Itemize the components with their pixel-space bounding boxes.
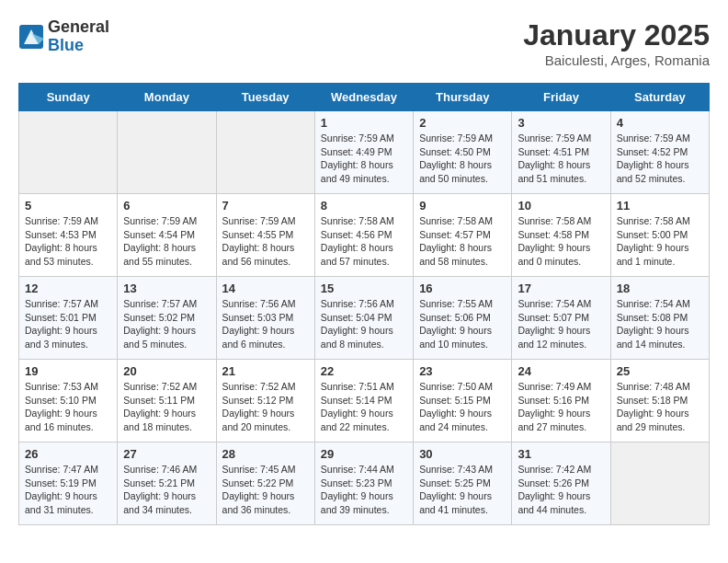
calendar-cell: 11Sunrise: 7:58 AM Sunset: 5:00 PM Dayli… (610, 194, 709, 277)
day-info: Sunrise: 7:52 AM Sunset: 5:12 PM Dayligh… (222, 380, 309, 434)
calendar-cell: 16Sunrise: 7:55 AM Sunset: 5:06 PM Dayli… (414, 277, 512, 360)
day-info: Sunrise: 7:59 AM Sunset: 4:51 PM Dayligh… (518, 132, 604, 186)
day-info: Sunrise: 7:54 AM Sunset: 5:07 PM Dayligh… (518, 297, 604, 351)
location-subtitle: Baiculesti, Arges, Romania (523, 52, 710, 68)
day-info: Sunrise: 7:58 AM Sunset: 4:56 PM Dayligh… (321, 214, 407, 269)
logo-text-line1: General (48, 18, 109, 37)
calendar-cell: 27Sunrise: 7:46 AM Sunset: 5:21 PM Dayli… (118, 442, 216, 525)
day-number: 2 (419, 116, 506, 130)
calendar-cell: 14Sunrise: 7:56 AM Sunset: 5:03 PM Dayli… (216, 277, 314, 360)
calendar-cell: 2Sunrise: 7:59 AM Sunset: 4:50 PM Daylig… (414, 111, 512, 194)
day-number: 26 (25, 447, 111, 461)
day-number: 8 (321, 199, 407, 213)
calendar-cell: 17Sunrise: 7:54 AM Sunset: 5:07 PM Dayli… (512, 277, 610, 360)
day-info: Sunrise: 7:55 AM Sunset: 5:06 PM Dayligh… (419, 297, 506, 351)
logo-text-line2: Blue (48, 37, 109, 55)
day-info: Sunrise: 7:45 AM Sunset: 5:22 PM Dayligh… (222, 463, 309, 517)
day-info: Sunrise: 7:56 AM Sunset: 5:04 PM Dayligh… (321, 297, 407, 351)
day-number: 28 (222, 447, 309, 461)
day-info: Sunrise: 7:49 AM Sunset: 5:16 PM Dayligh… (518, 380, 604, 434)
day-info: Sunrise: 7:43 AM Sunset: 5:25 PM Dayligh… (419, 463, 506, 517)
day-info: Sunrise: 7:58 AM Sunset: 5:00 PM Dayligh… (617, 214, 703, 269)
calendar-cell (118, 111, 216, 194)
day-number: 25 (617, 364, 703, 378)
weekday-header-saturday: Saturday (610, 84, 709, 111)
day-number: 22 (321, 364, 407, 378)
day-info: Sunrise: 7:57 AM Sunset: 5:02 PM Dayligh… (123, 297, 210, 351)
day-number: 24 (518, 364, 604, 378)
title-area: January 2025 Baiculesti, Arges, Romania (523, 18, 710, 68)
day-info: Sunrise: 7:52 AM Sunset: 5:11 PM Dayligh… (123, 380, 210, 434)
calendar-cell: 20Sunrise: 7:52 AM Sunset: 5:11 PM Dayli… (118, 360, 216, 442)
day-info: Sunrise: 7:47 AM Sunset: 5:19 PM Dayligh… (25, 463, 111, 517)
day-number: 31 (518, 447, 604, 461)
day-info: Sunrise: 7:59 AM Sunset: 4:54 PM Dayligh… (123, 214, 210, 269)
calendar-cell: 3Sunrise: 7:59 AM Sunset: 4:51 PM Daylig… (512, 111, 610, 194)
day-number: 4 (617, 116, 703, 130)
month-title: January 2025 (523, 18, 710, 52)
logo: General Blue (18, 18, 109, 55)
calendar-header: SundayMondayTuesdayWednesdayThursdayFrid… (19, 84, 710, 111)
day-number: 23 (419, 364, 506, 378)
day-number: 14 (222, 282, 309, 295)
day-number: 12 (25, 282, 111, 295)
day-info: Sunrise: 7:53 AM Sunset: 5:10 PM Dayligh… (25, 380, 111, 434)
page-header: General Blue January 2025 Baiculesti, Ar… (18, 18, 710, 68)
day-info: Sunrise: 7:54 AM Sunset: 5:08 PM Dayligh… (617, 297, 703, 351)
day-number: 5 (25, 199, 111, 213)
day-info: Sunrise: 7:59 AM Sunset: 4:49 PM Dayligh… (321, 132, 407, 186)
calendar-cell (216, 111, 314, 194)
calendar-cell: 5Sunrise: 7:59 AM Sunset: 4:53 PM Daylig… (19, 194, 118, 277)
day-number: 7 (222, 199, 309, 213)
day-number: 21 (222, 364, 309, 378)
calendar-cell: 25Sunrise: 7:48 AM Sunset: 5:18 PM Dayli… (610, 360, 709, 442)
calendar-cell: 4Sunrise: 7:59 AM Sunset: 4:52 PM Daylig… (610, 111, 709, 194)
calendar-cell: 29Sunrise: 7:44 AM Sunset: 5:23 PM Dayli… (314, 442, 413, 525)
weekday-header-monday: Monday (118, 84, 216, 111)
day-number: 10 (518, 199, 604, 213)
calendar-cell: 24Sunrise: 7:49 AM Sunset: 5:16 PM Dayli… (512, 360, 610, 442)
calendar-cell: 31Sunrise: 7:42 AM Sunset: 5:26 PM Dayli… (512, 442, 610, 525)
weekday-header-tuesday: Tuesday (216, 84, 314, 111)
day-number: 19 (25, 364, 111, 378)
day-number: 1 (321, 116, 407, 130)
logo-icon (18, 24, 44, 50)
day-number: 27 (123, 447, 210, 461)
calendar-cell: 9Sunrise: 7:58 AM Sunset: 4:57 PM Daylig… (414, 194, 512, 277)
day-number: 29 (321, 447, 407, 461)
day-number: 15 (321, 282, 407, 295)
calendar-cell (610, 442, 709, 525)
calendar-cell: 10Sunrise: 7:58 AM Sunset: 4:58 PM Dayli… (512, 194, 610, 277)
calendar-cell: 1Sunrise: 7:59 AM Sunset: 4:49 PM Daylig… (314, 111, 413, 194)
calendar-cell: 23Sunrise: 7:50 AM Sunset: 5:15 PM Dayli… (414, 360, 512, 442)
day-number: 11 (617, 199, 703, 213)
weekday-header-sunday: Sunday (19, 84, 118, 111)
calendar-cell: 19Sunrise: 7:53 AM Sunset: 5:10 PM Dayli… (19, 360, 118, 442)
calendar-cell: 21Sunrise: 7:52 AM Sunset: 5:12 PM Dayli… (216, 360, 314, 442)
calendar-cell: 7Sunrise: 7:59 AM Sunset: 4:55 PM Daylig… (216, 194, 314, 277)
calendar-cell: 8Sunrise: 7:58 AM Sunset: 4:56 PM Daylig… (314, 194, 413, 277)
day-number: 30 (419, 447, 506, 461)
day-info: Sunrise: 7:59 AM Sunset: 4:55 PM Dayligh… (222, 214, 309, 269)
calendar-cell: 26Sunrise: 7:47 AM Sunset: 5:19 PM Dayli… (19, 442, 118, 525)
day-number: 17 (518, 282, 604, 295)
day-info: Sunrise: 7:42 AM Sunset: 5:26 PM Dayligh… (518, 463, 604, 517)
calendar-cell: 13Sunrise: 7:57 AM Sunset: 5:02 PM Dayli… (118, 277, 216, 360)
day-number: 3 (518, 116, 604, 130)
calendar-cell: 12Sunrise: 7:57 AM Sunset: 5:01 PM Dayli… (19, 277, 118, 360)
weekday-header-friday: Friday (512, 84, 610, 111)
day-number: 20 (123, 364, 210, 378)
day-info: Sunrise: 7:48 AM Sunset: 5:18 PM Dayligh… (617, 380, 703, 434)
calendar-table: SundayMondayTuesdayWednesdayThursdayFrid… (18, 83, 710, 525)
calendar-cell: 28Sunrise: 7:45 AM Sunset: 5:22 PM Dayli… (216, 442, 314, 525)
calendar-cell: 22Sunrise: 7:51 AM Sunset: 5:14 PM Dayli… (314, 360, 413, 442)
day-info: Sunrise: 7:50 AM Sunset: 5:15 PM Dayligh… (419, 380, 506, 434)
calendar-cell: 18Sunrise: 7:54 AM Sunset: 5:08 PM Dayli… (610, 277, 709, 360)
day-info: Sunrise: 7:59 AM Sunset: 4:50 PM Dayligh… (419, 132, 506, 186)
weekday-header-thursday: Thursday (414, 84, 512, 111)
day-number: 16 (419, 282, 506, 295)
day-info: Sunrise: 7:58 AM Sunset: 4:58 PM Dayligh… (518, 214, 604, 269)
day-info: Sunrise: 7:58 AM Sunset: 4:57 PM Dayligh… (419, 214, 506, 269)
day-number: 18 (617, 282, 703, 295)
day-info: Sunrise: 7:44 AM Sunset: 5:23 PM Dayligh… (321, 463, 407, 517)
